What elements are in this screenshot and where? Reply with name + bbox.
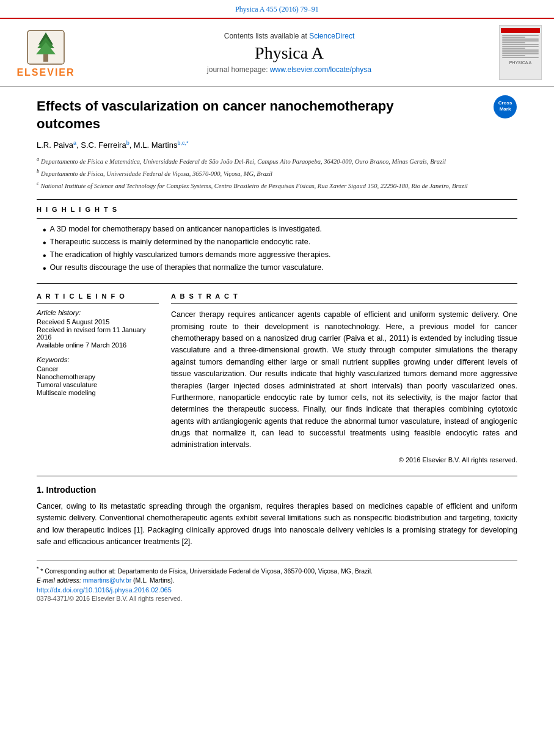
keywords-section: Keywords: Cancer Nanochemotherapy Tumora… [37, 356, 159, 396]
journal-banner: Physica A 455 (2016) 79–91 [0, 0, 554, 18]
affiliation-b: b Departamento de Física, Universidade F… [37, 167, 517, 178]
highlights-divider [37, 218, 517, 219]
highlight-text: Therapeutic success is mainly determined… [50, 238, 311, 246]
contents-label: Contents lists available at [224, 32, 309, 40]
affiliation-a: a Departamento de Física e Matemática, U… [37, 155, 517, 166]
journal-header: ELSEVIER Contents lists available at Sci… [0, 18, 554, 87]
divider-2 [37, 283, 517, 284]
affil-a-text: Departamento de Física e Matemática, Uni… [41, 158, 446, 164]
sciencedirect-link[interactable]: ScienceDirect [309, 32, 354, 40]
rights-text: 0378-4371/© 2016 Elsevier B.V. All right… [37, 595, 517, 602]
corresponding-label: * Corresponding author at: Departamento … [40, 567, 373, 575]
list-item: • Therapeutic success is mainly determin… [43, 236, 517, 249]
author1: L.R. Paiva [37, 141, 73, 150]
history-label: Article history: [37, 309, 159, 316]
journal-thumbnail: PHYSICA A [499, 25, 542, 80]
doi-link[interactable]: http://dx.doi.org/10.1016/j.physa.2016.0… [37, 586, 517, 594]
footnote-section: * * Corresponding author at: Departament… [37, 560, 517, 602]
affil-c-text: National Institute of Science and Techno… [41, 183, 468, 189]
divider-1 [37, 199, 517, 200]
affiliations: a Departamento de Física e Matemática, U… [37, 155, 517, 191]
highlight-text: The eradication of highly vascularized t… [50, 250, 331, 259]
highlights-label: H I G H L I G H T S [37, 206, 517, 213]
keyword-item: Nanochemotherapy [37, 373, 159, 380]
author3-sup: b,c,* [177, 140, 188, 146]
list-item: • Our results discourage the use of ther… [43, 262, 517, 275]
introduction-section: 1. Introduction Cancer, owing to its met… [37, 476, 517, 548]
keyword-item: Multiscale modeling [37, 389, 159, 396]
email-note: E-mail address: mmartins@ufv.br (M.L. Ma… [37, 576, 517, 584]
author2: , S.C. Ferreira [76, 141, 126, 150]
abstract-label: A B S T R A C T [171, 293, 517, 300]
keyword-item: Tumoral vasculature [37, 381, 159, 388]
svg-rect-1 [43, 53, 48, 62]
journal-name: Physica A [86, 43, 493, 63]
journal-homepage: journal homepage: www.elsevier.com/locat… [86, 65, 493, 74]
intro-heading: 1. Introduction [37, 485, 517, 495]
elsevier-brand-text: ELSEVIER [16, 67, 75, 78]
article-info-label: A R T I C L E I N F O [37, 293, 159, 300]
crossmark-badge[interactable]: Cross Mark [493, 95, 517, 122]
article-body: A R T I C L E I N F O Article history: R… [37, 293, 517, 463]
corresponding-author-note: * * Corresponding author at: Departament… [37, 565, 517, 575]
bullet-icon: • [43, 264, 46, 274]
info-divider [37, 303, 159, 304]
highlight-text: A 3D model for chemotherapy based on ant… [50, 225, 322, 233]
keywords-label: Keywords: [37, 356, 159, 363]
received-date: Received 5 August 2015 [37, 318, 159, 325]
affiliation-c: c National Institute of Science and Tech… [37, 180, 517, 191]
main-content: Effects of vascularization on cancer nan… [0, 87, 554, 614]
bullet-icon: • [43, 225, 46, 235]
abstract-text: Cancer therapy requires anticancer agent… [171, 309, 517, 451]
bullet-icon: • [43, 238, 46, 248]
svg-text:Cross: Cross [498, 100, 512, 106]
elsevier-tree-icon [21, 27, 70, 67]
bullet-icon: • [43, 251, 46, 261]
abstract-col: A B S T R A C T Cancer therapy requires … [171, 293, 517, 463]
revised-date: Received in revised form 11 January 2016 [37, 326, 159, 341]
article-title: Effects of vascularization on cancer nan… [37, 98, 452, 133]
article-history: Article history: Received 5 August 2015 … [37, 309, 159, 349]
email-link[interactable]: mmartins@ufv.br [83, 576, 131, 584]
crossmark-icon: Cross Mark [493, 95, 517, 119]
copyright-line: © 2016 Elsevier B.V. All rights reserved… [171, 456, 517, 463]
highlights-list: • A 3D model for chemotherapy based on a… [37, 224, 517, 275]
email-suffix: (M.L. Martins). [131, 576, 175, 584]
keyword-item: Cancer [37, 365, 159, 373]
journal-header-center: Contents lists available at ScienceDirec… [86, 31, 493, 74]
article-info-col: A R T I C L E I N F O Article history: R… [37, 293, 159, 463]
intro-paragraph: Cancer, owing to its metastatic spreadin… [37, 501, 517, 548]
list-item: • The eradication of highly vascularized… [43, 249, 517, 262]
available-date: Available online 7 March 2016 [37, 341, 159, 349]
author3: , M.L. Martins [129, 141, 178, 150]
elsevier-logo: ELSEVIER [12, 27, 79, 78]
list-item: • A 3D model for chemotherapy based on a… [43, 224, 517, 236]
banner-text: Physica A 455 (2016) 79–91 [235, 5, 319, 13]
authors-line: L.R. Paivaa, S.C. Ferreirab, M.L. Martin… [37, 140, 517, 150]
affil-b-text: Departamento de Física, Universidade Fed… [41, 170, 272, 176]
abstract-divider [171, 303, 517, 304]
highlights-section: H I G H L I G H T S • A 3D model for che… [37, 206, 517, 275]
email-label: E-mail address: [37, 576, 83, 584]
svg-text:Mark: Mark [500, 106, 511, 112]
homepage-url[interactable]: www.elsevier.com/locate/physa [270, 65, 371, 74]
contents-available: Contents lists available at ScienceDirec… [86, 31, 493, 41]
highlight-text: Our results discourage the use of therap… [50, 263, 324, 272]
